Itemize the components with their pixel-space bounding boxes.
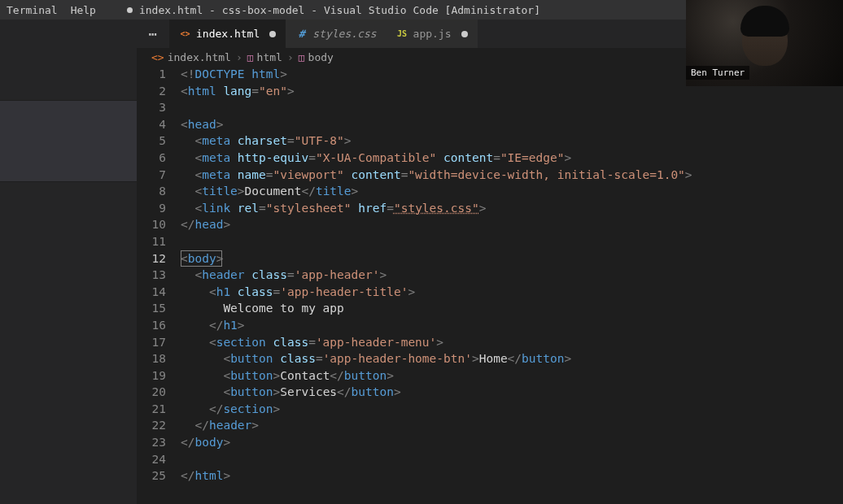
code-line[interactable]: </header>: [181, 417, 843, 434]
code-line[interactable]: <section class='app-header-menu'>: [181, 334, 843, 351]
line-number[interactable]: 13: [137, 267, 166, 284]
line-number[interactable]: 23: [137, 434, 166, 451]
file-type-icon: JS: [396, 28, 408, 40]
line-number[interactable]: 8: [137, 183, 166, 200]
code-line[interactable]: <meta charset="UTF-8">: [181, 133, 843, 150]
code-line[interactable]: Welcome to my app: [181, 300, 843, 317]
code-line[interactable]: <button class='app-header-home-btn'>Home…: [181, 350, 843, 367]
line-number-gutter: 1234567891011121314151617181920212223242…: [137, 66, 181, 504]
webcam-name-label: Ben Turner: [686, 66, 749, 80]
window-title: index.html - css-box-model - Visual Stud…: [127, 4, 540, 16]
sidebar-panel[interactable]: [0, 101, 137, 182]
code-line[interactable]: </html>: [181, 467, 843, 484]
line-number[interactable]: 9: [137, 200, 166, 217]
line-number[interactable]: 25: [137, 467, 166, 484]
code-line[interactable]: <button>Services</button>: [181, 384, 843, 401]
line-number[interactable]: 6: [137, 150, 166, 167]
line-number[interactable]: 4: [137, 116, 166, 133]
line-number[interactable]: 10: [137, 216, 166, 233]
line-number[interactable]: 2: [137, 83, 166, 100]
vertical-scrollbar[interactable]: [832, 66, 843, 504]
tab-overflow-icon[interactable]: ⋯: [137, 20, 169, 48]
file-type-icon: #: [295, 28, 308, 40]
code-line[interactable]: <body>: [181, 250, 843, 267]
dirty-indicator-icon[interactable]: [269, 31, 276, 37]
code-line[interactable]: <link rel="stylesheet" href="styles.css"…: [181, 200, 843, 217]
line-number[interactable]: 3: [137, 99, 166, 116]
code-line[interactable]: <h1 class='app-header-title'>: [181, 284, 843, 301]
line-number[interactable]: 18: [137, 350, 166, 367]
code-line[interactable]: <title>Document</title>: [181, 183, 843, 200]
breadcrumb-segment[interactable]: index.html: [168, 51, 231, 63]
chevron-right-icon: ›: [287, 51, 294, 63]
sidebar: [0, 20, 137, 504]
code-line[interactable]: <meta http-equiv="X-UA-Compatible" conte…: [181, 150, 843, 167]
dirty-indicator-icon[interactable]: [461, 31, 468, 37]
line-number[interactable]: 19: [137, 367, 166, 385]
breadcrumb-segment[interactable]: body: [308, 51, 334, 63]
line-number[interactable]: 16: [137, 317, 166, 334]
code-line[interactable]: <header class='app-header'>: [181, 267, 843, 284]
line-number[interactable]: 17: [137, 334, 166, 351]
code-line[interactable]: <head>: [181, 116, 843, 133]
code-line[interactable]: <meta name="viewport" content="width=dev…: [181, 167, 843, 184]
line-number[interactable]: 22: [137, 417, 166, 434]
line-number[interactable]: 12: [137, 250, 166, 267]
tab-styles-css[interactable]: #styles.css: [286, 20, 386, 48]
line-number[interactable]: 1: [137, 66, 166, 83]
tab-label: app.js: [413, 28, 452, 40]
code-line[interactable]: </h1>: [181, 317, 843, 334]
line-number[interactable]: 24: [137, 451, 166, 468]
code-line[interactable]: [181, 99, 843, 116]
chevron-right-icon: ›: [236, 51, 242, 63]
tab-label: index.html: [196, 28, 260, 40]
code-line[interactable]: [181, 451, 843, 468]
window-title-text: index.html - css-box-model - Visual Stud…: [139, 4, 540, 16]
code-editor[interactable]: 1234567891011121314151617181920212223242…: [137, 66, 843, 504]
code-line[interactable]: [181, 233, 843, 250]
tab-label: styles.css: [312, 28, 376, 40]
breadcrumb-icon: ◫: [299, 51, 305, 63]
breadcrumb-icon: <>: [151, 51, 164, 63]
menu-help[interactable]: Help: [64, 4, 103, 16]
tab-app-js[interactable]: JSapp.js: [387, 20, 478, 48]
sidebar-panel[interactable]: [0, 20, 137, 101]
menu-terminal[interactable]: Terminal: [0, 4, 64, 16]
line-number[interactable]: 11: [137, 233, 166, 250]
code-line[interactable]: <button>Contact</button>: [181, 367, 843, 385]
editor-group: ⋯ <>index.html#styles.cssJSapp.js <> ind…: [137, 20, 843, 504]
dirty-dot-icon: [127, 7, 133, 13]
code-line[interactable]: </head>: [181, 216, 843, 233]
line-number[interactable]: 20: [137, 384, 166, 401]
line-number[interactable]: 7: [137, 167, 166, 184]
line-number[interactable]: 21: [137, 401, 166, 418]
code-line[interactable]: </section>: [181, 401, 843, 418]
line-number[interactable]: 15: [137, 300, 166, 317]
breadcrumb-icon: ◫: [247, 51, 254, 63]
line-number[interactable]: 14: [137, 284, 166, 301]
line-number[interactable]: 5: [137, 133, 166, 150]
file-type-icon: <>: [179, 28, 191, 40]
code-line[interactable]: </body>: [181, 434, 843, 451]
webcam-overlay: Ben Turner: [686, 0, 843, 86]
breadcrumb-segment[interactable]: html: [257, 51, 282, 63]
tab-index-html[interactable]: <>index.html: [169, 20, 286, 48]
